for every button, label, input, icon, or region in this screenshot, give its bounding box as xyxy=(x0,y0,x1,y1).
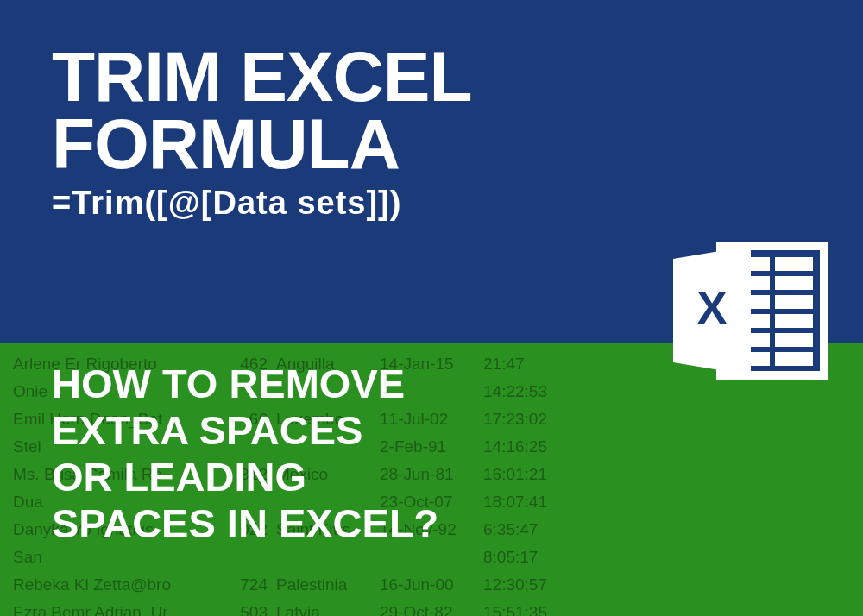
main-title: TRIM EXCEL FORMULA xyxy=(52,43,811,178)
svg-rect-13 xyxy=(775,352,813,366)
svg-rect-9 xyxy=(775,314,813,328)
header-section: TRIM EXCEL FORMULA =Trim([@[Data sets]]) xyxy=(0,0,863,343)
formula-text: =Trim([@[Data sets]]) xyxy=(52,185,811,222)
bg-data-row: San8:05:17 xyxy=(13,544,850,571)
svg-rect-7 xyxy=(775,295,813,309)
svg-rect-5 xyxy=(775,276,813,290)
title-line-2: FORMULA xyxy=(52,110,811,178)
bg-data-row: Ezra Bemr Adrian_Ur503Latvia29-Oct-8215:… xyxy=(13,599,850,616)
bg-data-row: Rebeka Kl Zetta@bro724Palestinia16-Jun-0… xyxy=(13,571,850,599)
subtitle: HOW TO REMOVE EXTRA SPACES OR LEADING SP… xyxy=(52,361,811,547)
excel-icon: X xyxy=(665,233,837,388)
subtitle-line-2: EXTRA SPACES xyxy=(52,407,811,454)
title-line-1: TRIM EXCEL xyxy=(52,43,811,110)
svg-rect-11 xyxy=(775,333,813,347)
svg-rect-3 xyxy=(775,257,813,271)
subtitle-line-4: SPACES IN EXCEL? xyxy=(52,500,811,547)
subtitle-line-3: OR LEADING xyxy=(52,454,811,500)
svg-text:X: X xyxy=(697,283,728,333)
